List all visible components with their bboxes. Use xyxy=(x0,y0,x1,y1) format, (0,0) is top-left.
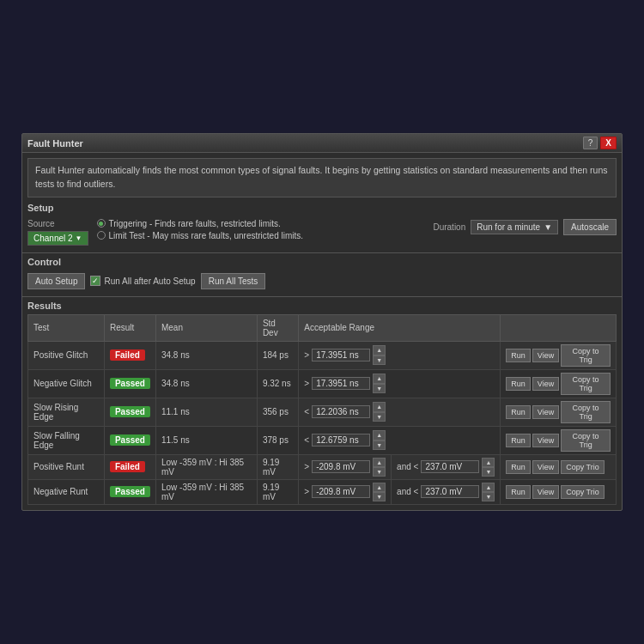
description-box: Fault Hunter automatically finds the mos… xyxy=(27,158,617,197)
duration-dropdown[interactable]: Run for a minute ▼ xyxy=(471,220,558,234)
copy-to-trig-button[interactable]: Copy to Trig xyxy=(561,373,611,395)
range-up-arrow2[interactable]: ▲ xyxy=(482,458,495,467)
range-input[interactable] xyxy=(312,460,370,473)
range-input[interactable] xyxy=(312,434,370,447)
cell-result: Failed xyxy=(104,341,155,369)
view-button[interactable]: View xyxy=(532,485,559,499)
copy-to-trig-button[interactable]: Copy to Trig xyxy=(561,401,611,423)
range-down-arrow[interactable]: ▼ xyxy=(373,355,386,365)
range-down-arrow[interactable]: ▼ xyxy=(373,412,386,422)
range-up-arrow2[interactable]: ▲ xyxy=(482,483,495,492)
cell-test-name: Negative Glitch xyxy=(28,369,105,398)
range-up-arrow[interactable]: ▲ xyxy=(373,345,386,355)
cell-actions: RunViewCopy to Trig xyxy=(501,369,617,398)
cell-range: >▲▼ xyxy=(299,369,501,398)
results-tbody: Positive GlitchFailed34.8 ns184 ps>▲▼Run… xyxy=(28,341,617,504)
col-actions xyxy=(501,314,617,341)
source-group: Source Channel 2 ▼ xyxy=(27,219,88,246)
cell-mean: Low -359 mV : Hi 385 mV xyxy=(155,454,257,479)
cell-range2: and <▲▼ xyxy=(392,479,501,504)
close-button[interactable]: X xyxy=(600,137,617,149)
cell-mean: 34.8 ns xyxy=(155,369,257,398)
range-down-arrow[interactable]: ▼ xyxy=(373,384,386,393)
run-button[interactable]: Run xyxy=(506,349,531,362)
run-button[interactable]: Run xyxy=(506,434,531,447)
run-button[interactable]: Run xyxy=(506,405,531,419)
run-button[interactable]: Run xyxy=(506,485,531,499)
range-up-arrow[interactable]: ▲ xyxy=(373,374,386,383)
range-down-arrow[interactable]: ▼ xyxy=(373,467,386,477)
run-all-checkbox[interactable]: ✓ xyxy=(90,276,100,286)
radio-triggering[interactable]: Triggering - Finds rare faults, restrict… xyxy=(97,219,304,228)
copy-to-trig-button[interactable]: Copy to Trig xyxy=(561,344,611,367)
range-and: and < xyxy=(397,487,418,496)
cell-mean: 11.1 ns xyxy=(155,398,257,426)
range-and: and < xyxy=(397,462,418,471)
cell-result: Passed xyxy=(104,479,155,504)
view-button[interactable]: View xyxy=(532,434,559,447)
col-stddev: Std Dev xyxy=(257,314,298,341)
status-badge: Failed xyxy=(110,349,145,361)
range-input[interactable] xyxy=(312,349,370,361)
run-all-checkbox-label[interactable]: ✓ Run All after Auto Setup xyxy=(90,276,195,286)
source-label: Source xyxy=(27,219,88,228)
range-up-arrow[interactable]: ▲ xyxy=(373,483,386,492)
table-row: Slow Rising EdgePassed11.1 ns356 ps<▲▼Ru… xyxy=(28,398,617,426)
range-input[interactable] xyxy=(312,405,370,418)
radio-circle-2 xyxy=(97,231,106,240)
duration-section: Duration Run for a minute ▼ Autoscale xyxy=(433,219,617,235)
range-up-arrow[interactable]: ▲ xyxy=(373,458,386,467)
cell-range: >▲▼ xyxy=(299,454,392,479)
cell-test-name: Slow Falling Edge xyxy=(28,426,105,454)
range-down-arrow[interactable]: ▼ xyxy=(373,440,386,450)
title-bar: Fault Hunter ? X xyxy=(22,134,622,153)
cell-stddev: 9.19 mV xyxy=(257,479,298,504)
copy-to-trig-button[interactable]: Copy to Trig xyxy=(561,429,611,452)
cell-test-name: Negative Runt xyxy=(28,479,105,504)
cell-stddev: 378 ps xyxy=(257,426,298,454)
auto-setup-button[interactable]: Auto Setup xyxy=(27,273,85,289)
range-prefix: > xyxy=(304,350,309,360)
view-button[interactable]: View xyxy=(532,460,559,474)
status-badge: Passed xyxy=(110,434,150,446)
run-button[interactable]: Run xyxy=(506,460,531,474)
copy-to-trig-button[interactable]: Copy Trio xyxy=(561,460,605,474)
range-up-arrow[interactable]: ▲ xyxy=(373,402,386,411)
range-down-arrow2[interactable]: ▼ xyxy=(482,467,495,477)
range-up-arrow[interactable]: ▲ xyxy=(373,430,386,440)
col-test: Test xyxy=(28,314,105,341)
help-button[interactable]: ? xyxy=(583,137,598,149)
radio-limit-test[interactable]: Limit Test - May miss rare faults, unres… xyxy=(97,231,304,240)
duration-label: Duration xyxy=(433,222,465,232)
range-prefix: < xyxy=(304,435,309,445)
cell-mean: 11.5 ns xyxy=(155,426,257,454)
range-input[interactable] xyxy=(312,485,370,498)
view-button[interactable]: View xyxy=(532,405,559,419)
cell-range: <▲▼ xyxy=(299,426,501,454)
radio-options: Triggering - Finds rare faults, restrict… xyxy=(97,219,304,240)
channel-dropdown[interactable]: Channel 2 ▼ xyxy=(27,231,88,246)
setup-section: Source Channel 2 ▼ Triggering - Finds ra… xyxy=(27,216,617,249)
cell-stddev: 356 ps xyxy=(257,398,298,426)
autoscale-button[interactable]: Autoscale xyxy=(563,219,617,235)
range-down-arrow2[interactable]: ▼ xyxy=(482,492,495,501)
cell-mean: Low -359 mV : Hi 385 mV xyxy=(155,479,257,504)
view-button[interactable]: View xyxy=(532,349,559,362)
cell-actions: RunViewCopy to Trig xyxy=(501,426,617,454)
results-header-row: Test Result Mean Std Dev Acceptable Rang… xyxy=(28,314,617,341)
range-down-arrow[interactable]: ▼ xyxy=(373,492,386,501)
view-button[interactable]: View xyxy=(532,377,559,391)
fault-hunter-window: Fault Hunter ? X Fault Hunter automatica… xyxy=(21,133,623,511)
table-row: Positive RuntFailedLow -359 mV : Hi 385 … xyxy=(28,454,617,479)
range-input2[interactable] xyxy=(421,460,479,473)
copy-to-trig-button[interactable]: Copy Trio xyxy=(561,485,605,499)
status-badge: Passed xyxy=(110,378,150,389)
window-title: Fault Hunter xyxy=(27,138,83,149)
range-input[interactable] xyxy=(312,377,370,390)
setup-label: Setup xyxy=(27,203,617,213)
status-badge: Passed xyxy=(110,486,150,497)
cell-test-name: Positive Glitch xyxy=(28,341,105,369)
run-button[interactable]: Run xyxy=(506,377,531,391)
range-input2[interactable] xyxy=(421,485,479,498)
run-all-tests-button[interactable]: Run All Tests xyxy=(201,273,266,289)
